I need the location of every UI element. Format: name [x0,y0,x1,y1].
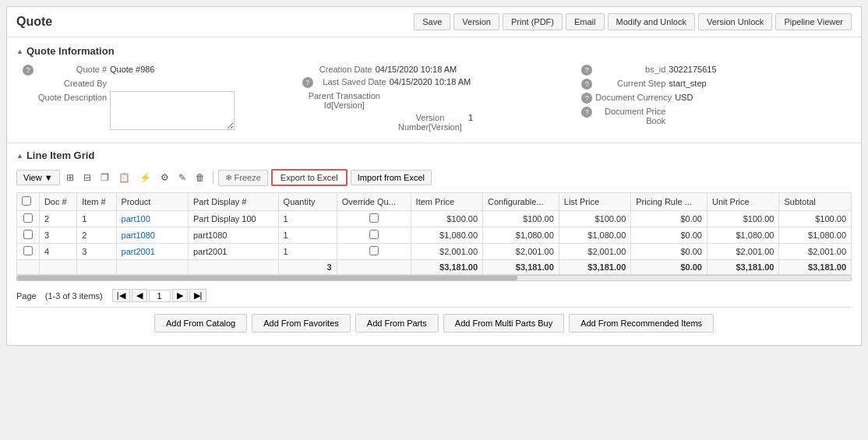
row1-part-display: Part Display 100 [188,211,278,227]
last-saved-date-row: ? Last Saved Date 04/15/2020 10:18 AM [302,77,566,88]
print-button[interactable]: Print (PDF) [503,13,563,30]
row1-quantity: 1 [278,211,337,227]
totals-unit-price: $3,181.00 [707,260,778,275]
quote-description-textarea[interactable] [110,91,235,130]
horizontal-scrollbar[interactable] [16,275,852,281]
edit-icon[interactable]: ✎ [175,171,189,185]
totals-product [116,260,188,275]
paste-icon[interactable]: 📋 [115,171,133,185]
add-from-catalog-button[interactable]: Add From Catalog [154,314,247,333]
th-part-display: Part Display # [188,193,278,211]
row1-configurable: $100.00 [483,211,559,227]
add-from-parts-button[interactable]: Add From Parts [355,314,439,333]
totals-item [77,260,116,275]
row1-item-price: $100.00 [411,211,482,227]
add-from-recommended-items-button[interactable]: Add From Recommended Items [569,314,714,333]
last-saved-help-icon: ? [302,77,313,88]
add-from-multi-parts-buy-button[interactable]: Add From Multi Parts Buy [443,314,564,333]
pagination: Page (1-3 of 3 items) |◀ ◀ ▶ ▶| [16,284,852,307]
line-item-title: Line Item Grid [16,150,852,161]
row3-quantity: 1 [278,244,337,260]
row3-doc: 4 [39,244,76,260]
row2-product[interactable]: part1080 [116,227,188,244]
table-row: 4 3 part2001 part2001 1 $2,001.00 $2,001… [17,244,852,260]
email-button[interactable]: Email [566,13,605,30]
th-list-price: List Price [559,193,630,211]
last-saved-value: 04/15/2020 10:18 AM [390,77,471,86]
page-title: Quote [16,15,52,29]
first-page-button[interactable]: |◀ [112,289,130,302]
totals-check [17,260,40,275]
row3-part-display: part2001 [188,244,278,260]
bs-id-row: ? bs_id 3022175615 [581,65,845,76]
row3-unit-price: $2,001.00 [707,244,778,260]
row1-check[interactable] [17,211,40,227]
totals-subtotal: $3,181.00 [779,260,852,275]
document-currency-row: ? Document Currency USD [581,93,845,104]
version-unlock-button[interactable]: Version Unlock [698,13,772,30]
row2-unit-price: $1,080.00 [707,227,778,244]
save-button[interactable]: Save [414,13,450,30]
row2-item: 2 [77,227,116,244]
row2-pricing-rule: $0.00 [631,227,707,244]
toolbar: View ▼ ⊞ ⊟ ❐ 📋 ⚡ ⚙ ✎ 🗑 ❄ Freeze Export t… [16,169,852,186]
export-to-excel-button[interactable]: Export to Excel [271,169,348,186]
table-row: 3 2 part1080 part1080 1 $1,080.00 $1,080… [17,227,852,244]
creation-date-row: Creation Date 04/15/2020 10:18 AM [302,65,566,74]
select-all-checkbox[interactable] [22,196,31,206]
table-row: 2 1 part100 Part Display 100 1 $100.00 $… [17,211,852,227]
table-scroll-container[interactable]: Doc # Item # Product Part Display # Quan… [16,192,852,275]
next-page-button[interactable]: ▶ [172,289,188,302]
modify-unlock-button[interactable]: Modify and Unlock [608,13,696,30]
document-price-book-label: Document PriceBook [595,107,665,125]
row3-list-price: $2,001.00 [559,244,630,260]
quote-info-grid: ? Quote # Quote #986 Created By Quote De… [16,65,852,135]
import-from-excel-button[interactable]: Import from Excel [351,170,432,185]
row3-item: 3 [77,244,116,260]
row2-override-qu[interactable] [337,227,411,244]
page-header: Quote Save Version Print (PDF) Email Mod… [7,7,861,37]
row2-check[interactable] [17,227,40,244]
row1-item: 1 [77,211,116,227]
lightning-icon[interactable]: ⚡ [136,171,154,185]
row3-check[interactable] [17,244,40,260]
view-button[interactable]: View ▼ [16,170,60,185]
totals-row: 3 $3,181.00 $3,181.00 $3,181.00 $0.00 $3… [17,260,852,275]
pipeline-viewer-button[interactable]: Pipeline Viewer [775,13,852,30]
page-number-input[interactable] [149,290,171,302]
creation-date-label: Creation Date [302,65,372,74]
current-step-value: start_step [669,79,706,88]
row2-part-display: part1080 [188,227,278,244]
row1-pricing-rule: $0.00 [631,211,707,227]
version-button[interactable]: Version [453,13,499,30]
bs-id-label: bs_id [595,65,665,74]
version-number-value: 1 [468,113,473,122]
last-page-button[interactable]: ▶| [189,289,207,302]
add-from-favorites-button[interactable]: Add From Favorites [252,314,351,333]
last-saved-label: Last Saved Date [316,77,386,86]
version-number-label: VersionNumber[Version] [395,113,465,132]
filter-clear-icon[interactable]: ⊟ [80,171,94,185]
th-check [17,193,40,211]
header-buttons: Save Version Print (PDF) Email Modify an… [414,13,852,30]
row2-quantity: 1 [278,227,337,244]
copy-icon[interactable]: ❐ [97,171,112,185]
main-container: Quote Save Version Print (PDF) Email Mod… [6,6,862,346]
row1-product[interactable]: part100 [116,211,188,227]
prev-page-button[interactable]: ◀ [132,289,147,302]
scroll-thumb[interactable] [17,276,517,280]
version-number-row: VersionNumber[Version] 1 [302,113,566,132]
freeze-button[interactable]: ❄ Freeze [218,170,268,186]
settings-icon[interactable]: ⚙ [157,171,172,185]
quote-info-col2: Creation Date 04/15/2020 10:18 AM ? Last… [302,65,566,135]
row3-override-qu[interactable] [337,244,411,260]
delete-icon[interactable]: 🗑 [192,171,208,185]
row1-override-qu[interactable] [337,211,411,227]
row1-unit-price: $100.00 [707,211,778,227]
row2-list-price: $1,080.00 [559,227,630,244]
th-subtotal: Subtotal [779,193,852,211]
filter-icon[interactable]: ⊞ [63,171,77,185]
row3-product[interactable]: part2001 [116,244,188,260]
row3-pricing-rule: $0.00 [631,244,707,260]
current-step-label: Current Step [595,79,665,88]
